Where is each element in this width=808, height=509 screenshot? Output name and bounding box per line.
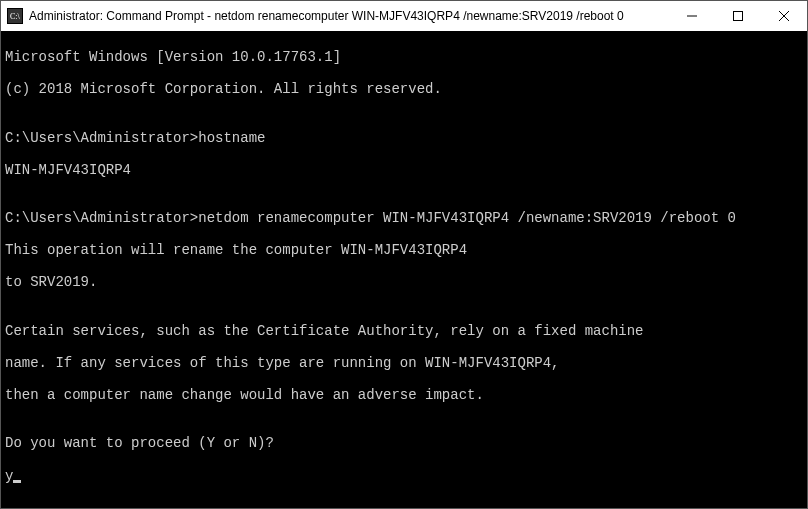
hostname-output: WIN-MJFV43IQRP4 xyxy=(5,162,803,178)
user-input-line: y xyxy=(5,468,803,484)
warning-line-1: Certain services, such as the Certificat… xyxy=(5,323,803,339)
prompt-line-1: C:\Users\Administrator>hostname xyxy=(5,130,803,146)
prompt-line-2: C:\Users\Administrator>netdom renamecomp… xyxy=(5,210,803,226)
rename-msg-1: This operation will rename the computer … xyxy=(5,242,803,258)
warning-line-2: name. If any services of this type are r… xyxy=(5,355,803,371)
command-typed: netdom renamecomputer WIN-MJFV43IQRP4 /n… xyxy=(198,210,736,226)
window-title: Administrator: Command Prompt - netdom r… xyxy=(29,9,624,23)
copyright-line: (c) 2018 Microsoft Corporation. All righ… xyxy=(5,81,803,97)
cursor xyxy=(13,480,21,483)
minimize-button[interactable] xyxy=(669,1,715,31)
titlebar-left: C:\ Administrator: Command Prompt - netd… xyxy=(7,8,624,24)
prompt-path: C:\Users\Administrator> xyxy=(5,210,198,226)
user-input: y xyxy=(5,468,13,484)
command-typed: hostname xyxy=(198,130,265,146)
prompt-path: C:\Users\Administrator> xyxy=(5,130,198,146)
cmd-icon: C:\ xyxy=(7,8,23,24)
window-controls xyxy=(669,1,807,31)
warning-line-3: then a computer name change would have a… xyxy=(5,387,803,403)
rename-msg-2: to SRV2019. xyxy=(5,274,803,290)
proceed-prompt: Do you want to proceed (Y or N)? xyxy=(5,435,803,451)
svg-rect-4 xyxy=(734,12,743,21)
maximize-button[interactable] xyxy=(715,1,761,31)
svg-text:C:\: C:\ xyxy=(10,12,21,21)
version-line: Microsoft Windows [Version 10.0.17763.1] xyxy=(5,49,803,65)
command-prompt-window: C:\ Administrator: Command Prompt - netd… xyxy=(0,0,808,509)
terminal-area[interactable]: Microsoft Windows [Version 10.0.17763.1]… xyxy=(1,31,807,508)
titlebar[interactable]: C:\ Administrator: Command Prompt - netd… xyxy=(1,1,807,31)
close-button[interactable] xyxy=(761,1,807,31)
